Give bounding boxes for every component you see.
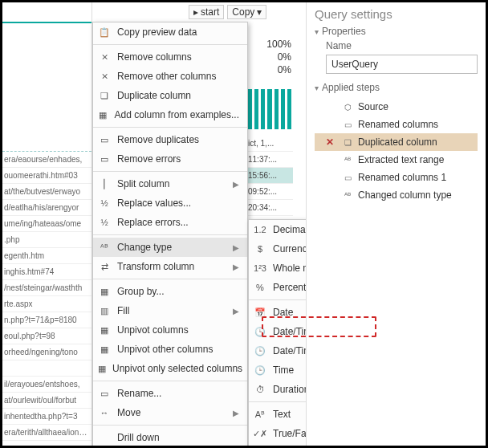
submenu-arrow-icon: ▶ bbox=[233, 180, 239, 189]
copy-button[interactable]: Copy▾ bbox=[227, 5, 266, 19]
menu-item-unpivot-columns[interactable]: ▦Unpivot columns bbox=[93, 320, 247, 340]
menu-icon: ▭ bbox=[98, 387, 111, 400]
menu-icon: ❏ bbox=[98, 89, 111, 102]
type-icon: 📅 bbox=[254, 306, 266, 319]
menu-item-fill[interactable]: ▥Fill▶ bbox=[93, 301, 247, 320]
menu-item-move[interactable]: ↔Move▶ bbox=[93, 403, 247, 422]
query-settings-panel: Query settings ▾Properties Name ▾Applied… bbox=[306, 2, 486, 446]
delete-step-icon[interactable]: ✕ bbox=[326, 136, 337, 148]
menu-icon: ▦ bbox=[98, 285, 111, 298]
applied-step[interactable]: ▭Renamed columns bbox=[315, 116, 478, 133]
menu-label: Remove duplicates bbox=[117, 134, 239, 145]
menu-label: Duplicate column bbox=[117, 90, 239, 101]
data-cell[interactable]: 15:56:... bbox=[248, 168, 293, 184]
type-icon: Aᴮ bbox=[254, 408, 266, 421]
menu-icon: ▦ bbox=[98, 362, 106, 375]
menu-item-remove-errors[interactable]: ▭Remove errors bbox=[93, 149, 247, 169]
panel-title: Query settings bbox=[315, 7, 478, 21]
name-label: Name bbox=[326, 40, 478, 51]
data-cell[interactable]: 09:52:... bbox=[248, 184, 293, 200]
data-cell[interactable]: inhentedtha.php?t=3 bbox=[2, 409, 92, 425]
data-cell[interactable]: il/erayoues/entshoes, bbox=[2, 377, 92, 393]
data-cell[interactable]: ouomeerathi.htm#03 bbox=[2, 168, 92, 184]
menu-item-change-type[interactable]: ᴬᴮChange type▶ bbox=[93, 238, 247, 257]
menu-icon: ½ bbox=[98, 197, 111, 210]
chevron-down-icon[interactable]: ▾ bbox=[315, 27, 319, 36]
menu-item-duplicate-column[interactable]: ❏Duplicate column bbox=[93, 86, 247, 105]
menu-item-unpivot-other-columns[interactable]: ▦Unpivot other columns bbox=[93, 340, 247, 359]
data-cell[interactable]: ume/ing/hateaas/ome bbox=[2, 216, 92, 232]
data-cell[interactable]: at/ourlewit/oul/forbut bbox=[2, 393, 92, 409]
menu-label: Unpivot only selected columns bbox=[112, 363, 242, 374]
context-menu: 📋Copy preview data⨯Remove columns⨯Remove… bbox=[92, 22, 248, 448]
menu-label: Copy preview data bbox=[117, 26, 239, 38]
menu-item-remove-columns[interactable]: ⨯Remove columns bbox=[93, 47, 247, 67]
menu-label: Move bbox=[117, 407, 226, 418]
menu-item-rename[interactable]: ▭Rename... bbox=[93, 384, 247, 403]
menu-label: Replace errors... bbox=[117, 217, 239, 228]
menu-icon: ⎮ bbox=[98, 177, 111, 190]
applied-step[interactable]: ᴬᴮExtracted text range bbox=[315, 151, 478, 169]
menu-icon: 📋 bbox=[98, 26, 111, 39]
menu-label: Split column bbox=[117, 178, 226, 189]
type-icon: 1²3 bbox=[254, 262, 266, 275]
menu-item-group-by[interactable]: ▦Group by... bbox=[93, 282, 247, 301]
data-cell[interactable] bbox=[2, 360, 92, 377]
data-cell[interactable]: at/the/butvest/erwayo bbox=[2, 184, 92, 200]
data-cell[interactable]: eoul.php?t=98 bbox=[2, 328, 92, 344]
applied-step[interactable]: ⬡Source bbox=[315, 98, 478, 116]
menu-icon: ↔ bbox=[98, 406, 111, 419]
menu-label: Remove columns bbox=[117, 51, 239, 63]
data-cell[interactable]: d/eatlha/his/arengyor bbox=[2, 200, 92, 216]
column-stats: 100%0%0% bbox=[248, 38, 291, 76]
data-cell[interactable]: /nest/steingar/wasthth bbox=[2, 280, 92, 296]
chevron-down-icon[interactable]: ▾ bbox=[315, 83, 319, 92]
data-cell[interactable]: era/terith/allthaea/ionyouarewa. 1993-03… bbox=[2, 425, 92, 441]
data-cell[interactable]: inghis.htm#74 bbox=[2, 264, 92, 280]
applied-step[interactable]: ᴬᴮChanged column type bbox=[315, 186, 478, 204]
data-cell[interactable]: orheed/ngening/tono bbox=[2, 344, 92, 360]
menu-item-transform-column[interactable]: ⇄Transform column▶ bbox=[93, 257, 247, 276]
menu-item-unpivot-only-selected-columns[interactable]: ▦Unpivot only selected columns bbox=[93, 359, 247, 378]
menu-item-replace-values[interactable]: ½Replace values... bbox=[93, 193, 247, 213]
menu-item-remove-duplicates[interactable]: ▭Remove duplicates bbox=[93, 130, 247, 149]
type-icon: ✓✗ bbox=[254, 427, 266, 440]
menu-item-remove-other-columns[interactable]: ⨯Remove other columns bbox=[93, 67, 247, 86]
data-cell[interactable]: 20:34:... bbox=[248, 200, 293, 216]
toolbar-fragment: ▸start Copy▾ bbox=[189, 4, 266, 20]
applied-step[interactable]: ✕❏Duplicated column bbox=[315, 133, 478, 151]
query-name-input[interactable] bbox=[326, 55, 478, 74]
menu-label: Change type bbox=[117, 242, 226, 253]
menu-label: Remove other columns bbox=[117, 71, 239, 82]
type-icon: 🕒 bbox=[254, 364, 266, 377]
data-cell[interactable]: era/eaourse/enhades, bbox=[2, 152, 92, 168]
step-icon: ▭ bbox=[342, 119, 353, 130]
data-cell[interactable]: ict, 1,... bbox=[248, 136, 293, 152]
data-cell[interactable]: .php bbox=[2, 232, 92, 248]
data-cell[interactable]: n.php?t=71&p=8180 bbox=[2, 312, 92, 328]
menu-label: Transform column bbox=[117, 261, 226, 272]
data-cell[interactable]: rte.aspx bbox=[2, 296, 92, 312]
applied-steps-header[interactable]: Applied steps bbox=[322, 82, 380, 93]
menu-item-drill-down[interactable]: Drill down bbox=[93, 428, 247, 447]
menu-item-add-column-from-examples[interactable]: ▦Add column from examples... bbox=[93, 105, 247, 124]
menu-icon: ▭ bbox=[98, 133, 111, 146]
data-cell[interactable]: egenth.htm bbox=[2, 248, 92, 264]
step-label: Changed column type bbox=[358, 189, 452, 201]
menu-icon bbox=[98, 431, 111, 444]
menu-item-replace-errors[interactable]: ½Replace errors... bbox=[93, 213, 247, 232]
data-cell[interactable]: 11:37:... bbox=[248, 152, 293, 168]
menu-icon: ▦ bbox=[98, 324, 111, 336]
applied-step[interactable]: ▭Renamed columns 1 bbox=[315, 169, 478, 186]
menu-icon: ▥ bbox=[98, 304, 111, 317]
menu-item-copy-preview-data[interactable]: 📋Copy preview data bbox=[93, 22, 247, 42]
start-button[interactable]: ▸start bbox=[189, 5, 224, 19]
play-icon: ▸ bbox=[193, 6, 198, 18]
menu-icon: ½ bbox=[98, 216, 111, 229]
menu-item-split-column[interactable]: ⎮Split column▶ bbox=[93, 174, 247, 193]
properties-header[interactable]: Properties bbox=[322, 26, 366, 37]
step-icon: ⬡ bbox=[342, 101, 353, 112]
step-label: Source bbox=[358, 101, 388, 112]
type-icon: 1.2 bbox=[254, 223, 266, 236]
menu-label: Fill bbox=[117, 305, 226, 316]
